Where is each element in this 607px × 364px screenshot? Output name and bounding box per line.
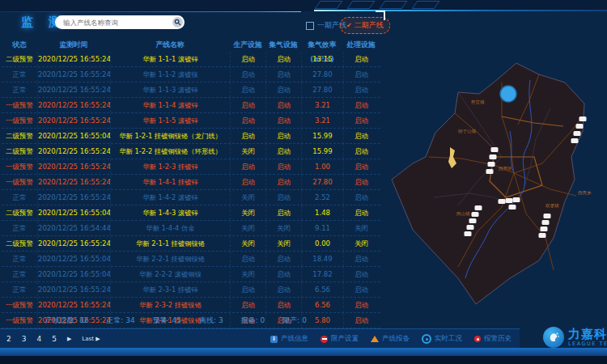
site-marker[interactable]	[509, 205, 516, 210]
cell-status: 一级预警	[2, 175, 37, 189]
site-marker[interactable]	[542, 220, 550, 225]
cell-gas: 启动	[265, 175, 301, 189]
cell-time: 2020/12/25 16:55:24	[37, 98, 110, 112]
table-row[interactable]: 一级预警2020/12/25 16:55:24华新 1-4-1 挂镀锌启动启动2…	[2, 175, 380, 190]
table-row[interactable]: 正常2020/12/25 16:55:24华新 1-4-2 滚镀锌关闭启动2.5…	[2, 190, 380, 205]
cell-gas: 启动	[265, 298, 301, 312]
legend-item-no-entry[interactable]: 限产设置	[320, 334, 359, 344]
site-marker[interactable]	[465, 231, 472, 236]
cell-status: 二级预警	[2, 52, 37, 66]
cell-treat: 关闭	[343, 221, 379, 235]
cell-status: 正常	[2, 221, 37, 235]
cell-treat: 关闭	[343, 236, 379, 251]
site-marker[interactable]	[469, 218, 477, 223]
district-map[interactable]: 蔡官镇轿子山镇西秀区西秀乡双堡镇田山镇	[380, 36, 607, 348]
search-box[interactable]	[55, 15, 185, 29]
cell-name: 华新 2-3-1 挂镀锌	[110, 282, 230, 297]
search-input[interactable]	[55, 19, 172, 27]
table-row[interactable]: 二级预警2020/12/25 16:55:04华新 1-2-1 挂镀铜镍铬（龙门…	[2, 129, 380, 144]
cell-name: 华新 1-1-2 滚镀镍	[110, 67, 230, 82]
cell-status: 一级预警	[2, 98, 37, 112]
cell-treat: 启动	[343, 129, 379, 143]
site-marker[interactable]	[513, 197, 520, 202]
checkbox-icon[interactable]	[306, 22, 314, 30]
page-button-3[interactable]: 3	[22, 335, 27, 343]
cell-gas: 启动	[265, 205, 301, 220]
stat-2: 预警: 45	[153, 315, 181, 326]
site-marker[interactable]	[539, 233, 546, 238]
table-row[interactable]: 二级预警2020/12/25 16:55:24华新 2-1-1 挂镀铜镍铬关闭关…	[2, 236, 380, 252]
cell-treat: 启动	[343, 144, 379, 159]
monitor-table: 状态 监测时间 产线名称 生产设施 集气设施 集气效率(m³/s) 处理设施 二…	[2, 37, 380, 328]
table-row[interactable]: 正常2020/12/25 16:54:44华新 1-4-4 仿金关闭关闭9.11…	[2, 221, 380, 236]
cell-time: 2020/12/25 16:55:04	[37, 252, 110, 266]
cell-status: 正常	[2, 83, 37, 97]
cell-treat: 启动	[343, 67, 379, 82]
cell-name: 华新 1-2-3 挂镀锌	[110, 159, 230, 174]
cell-status: 二级预警	[2, 236, 37, 251]
cell-eff: 27.80	[301, 175, 343, 189]
site-marker[interactable]	[506, 198, 513, 203]
cell-time: 2020/12/25 16:55:04	[37, 267, 110, 281]
site-marker[interactable]	[571, 138, 579, 143]
cell-gas: 关闭	[265, 236, 301, 251]
table-row[interactable]: 正常2020/12/25 16:55:24华新 1-1-3 滚镀锌启动启动27.…	[2, 83, 380, 98]
site-marker[interactable]	[467, 225, 474, 230]
legend-label: 限产设置	[331, 334, 359, 344]
next-page-button[interactable]: ▶	[67, 336, 71, 342]
cell-prod: 启动	[230, 129, 265, 143]
page-button-4[interactable]: 4	[36, 335, 41, 343]
table-row[interactable]: 正常2020/12/25 16:55:04华新 2-2-2 滚镀铜镍关闭启动17…	[2, 267, 380, 282]
site-marker[interactable]	[472, 212, 479, 217]
table-row[interactable]: 正常2020/12/25 16:55:24华新 2-3-1 挂镀锌启动启动6.5…	[2, 282, 380, 298]
table-row[interactable]: 二级预警2020/12/25 16:55:04华新 1-4-3 滚镀锌关闭启动1…	[2, 205, 380, 221]
stat-1: 正常: 34	[106, 315, 134, 326]
table-row[interactable]: 一级预警2020/12/25 16:55:24华新 1-2-3 挂镀锌启动启动1…	[2, 159, 380, 175]
cell-prod: 启动	[230, 298, 265, 312]
cell-prod: 启动	[230, 175, 265, 189]
map-label: 西秀乡	[578, 190, 592, 196]
table-row[interactable]: 一级预警2020/12/25 16:55:24华新 1-1-4 滚镀锌启动启动3…	[2, 98, 380, 113]
site-marker[interactable]	[576, 124, 584, 129]
cell-prod: 启动	[230, 98, 265, 112]
table-row[interactable]: 正常2020/12/25 16:55:04华新 2-2-1 挂镀铜镍铬启动启动1…	[2, 252, 380, 267]
table-row[interactable]: 正常2020/12/25 16:55:24华新 1-1-2 滚镀镍启动启动27.…	[2, 67, 380, 83]
cell-time: 2020/12/25 16:55:24	[37, 282, 110, 297]
table-header: 状态 监测时间 产线名称 生产设施 集气设施 集气效率(m³/s) 处理设施	[2, 37, 380, 52]
page-button-2[interactable]: 2	[6, 335, 11, 343]
pagination: 2345▶Last ▶	[0, 335, 100, 343]
corner-bracket-deco	[376, 11, 385, 20]
cell-gas: 启动	[265, 52, 301, 66]
stats-row: 产线总数: 82正常: 34预警: 45离线: 3报备: 0限产: 0	[45, 315, 307, 326]
site-marker[interactable]	[499, 199, 506, 204]
check-icon: ✔	[346, 22, 352, 29]
table-row[interactable]: 二级预警2020/12/25 16:55:24华新 1-2-2 挂镀铜镍铬（环形…	[2, 144, 380, 159]
site-marker[interactable]	[475, 205, 482, 210]
cell-name: 华新 1-4-3 滚镀锌	[110, 205, 230, 220]
site-marker[interactable]	[541, 226, 548, 231]
table-row[interactable]: 二级预警2020/12/25 16:55:24华新 1-1-1 滚镀锌启动启动1…	[2, 52, 380, 67]
cell-time: 2020/12/25 16:55:24	[37, 83, 110, 97]
site-marker[interactable]	[491, 147, 499, 152]
site-marker[interactable]	[579, 116, 587, 121]
last-page-button[interactable]: Last ▶	[82, 336, 100, 342]
cell-status: 一级预警	[2, 313, 37, 328]
cell-name: 华新 2-1-1 挂镀铜镍铬	[110, 236, 230, 251]
cell-gas: 启动	[265, 98, 301, 112]
site-marker[interactable]	[486, 169, 494, 174]
table-row[interactable]: 一级预警2020/12/25 16:55:24华新 1-1-5 滚镀锌启动启动3…	[2, 113, 380, 129]
cell-time: 2020/12/25 16:54:44	[37, 221, 110, 235]
site-marker[interactable]	[574, 131, 581, 136]
cell-treat: 启动	[343, 159, 379, 174]
search-icon[interactable]	[172, 17, 183, 28]
site-marker[interactable]	[488, 162, 495, 167]
cell-status: 二级预警	[2, 144, 37, 159]
map-hotspot[interactable]	[500, 86, 516, 102]
table-row[interactable]: 一级预警2020/12/25 16:55:24华新 2-3-2 挂镀镍铬启动启动…	[2, 298, 380, 313]
site-marker[interactable]	[544, 214, 551, 218]
cell-eff: 0.00	[301, 236, 343, 251]
legend-item-info-square[interactable]: i产线信息	[270, 334, 308, 344]
site-marker[interactable]	[490, 154, 497, 159]
cell-eff: 27.80	[301, 83, 343, 97]
page-button-5[interactable]: 5	[52, 335, 57, 343]
